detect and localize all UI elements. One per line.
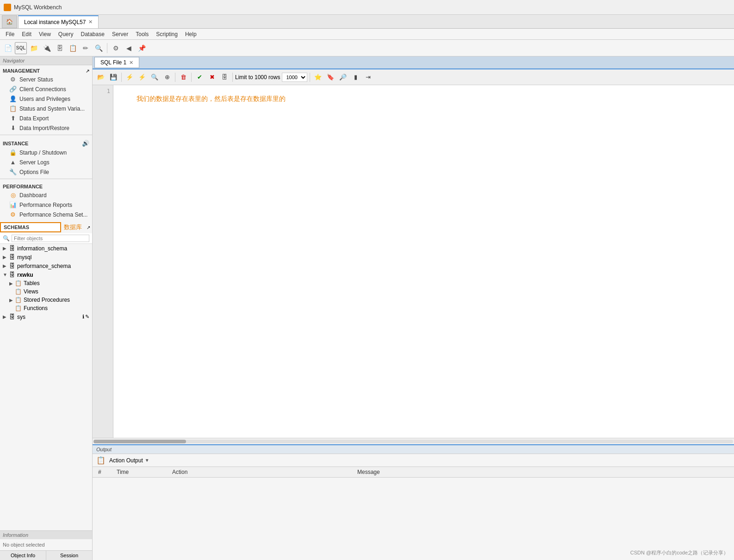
expand-icon-rxwku[interactable]: ▼ bbox=[3, 272, 7, 277]
schema-tables[interactable]: ▶ 📋 Tables bbox=[9, 279, 92, 287]
toolbar-new-btn[interactable]: 📄 bbox=[2, 42, 14, 54]
et-cancel-btn[interactable]: ✖ bbox=[206, 72, 218, 83]
nav-performance-reports[interactable]: 📊 Performance Reports bbox=[0, 200, 92, 210]
nav-server-status[interactable]: ⚙ Server Status bbox=[0, 75, 92, 84]
schema-sys[interactable]: ▶ 🗄 sys ℹ ✎ bbox=[0, 312, 92, 321]
nav-divider-1 bbox=[0, 135, 92, 135]
schemas-expand-icon[interactable]: ↗ bbox=[87, 225, 90, 230]
nav-status-variables[interactable]: 📋 Status and System Varia... bbox=[0, 104, 92, 113]
menu-database[interactable]: Database bbox=[77, 30, 108, 38]
expand-icon-info[interactable]: ▶ bbox=[3, 246, 7, 251]
expand-icon-perf[interactable]: ▶ bbox=[3, 263, 7, 268]
schema-views[interactable]: ▶ 📋 Views bbox=[9, 287, 92, 296]
et-search-btn[interactable]: 🔍 bbox=[149, 72, 160, 83]
sys-edit-icon[interactable]: ✎ bbox=[85, 314, 89, 320]
nav-users-privileges[interactable]: 👤 Users and Privileges bbox=[0, 94, 92, 104]
toolbar-open-btn[interactable]: 📁 bbox=[28, 42, 40, 54]
menu-edit[interactable]: Edit bbox=[18, 30, 35, 38]
nav-options-file[interactable]: 🔧 Options File bbox=[0, 167, 92, 177]
main-layout: Navigator MANAGEMENT ↗ ⚙ Server Status 🔗… bbox=[0, 56, 734, 560]
watermark: CSDN @程序小白的code之路（记录分享） bbox=[630, 549, 728, 556]
nav-client-connections[interactable]: 🔗 Client Connections bbox=[0, 84, 92, 94]
management-expand-icon[interactable]: ↗ bbox=[86, 68, 89, 74]
instance-tab-close[interactable]: ✕ bbox=[88, 19, 93, 25]
schema-mysql[interactable]: ▶ 🗄 mysql bbox=[0, 253, 92, 261]
et-save-btn[interactable]: 💾 bbox=[108, 72, 119, 83]
menu-query[interactable]: Query bbox=[55, 30, 77, 38]
menu-scripting[interactable]: Scripting bbox=[152, 30, 181, 38]
sql-content[interactable]: 我们的数据是存在表里的，然后表是存在数据库里的 bbox=[113, 85, 734, 438]
menu-help[interactable]: Help bbox=[181, 30, 200, 38]
et-schema-btn[interactable]: 🗄 bbox=[219, 72, 230, 83]
toolbar-connect-btn[interactable]: 🔌 bbox=[41, 42, 53, 54]
nav-dashboard[interactable]: ◎ Dashboard bbox=[0, 190, 92, 200]
sys-actions: ℹ ✎ bbox=[82, 314, 89, 320]
toolbar-schema-btn[interactable]: 🗄 bbox=[54, 42, 66, 54]
schemas-header[interactable]: SCHEMAS bbox=[0, 222, 61, 232]
et-stop-btn[interactable]: ⊕ bbox=[162, 72, 173, 83]
toolbar-admin-btn[interactable]: ⚙ bbox=[110, 42, 122, 54]
h-scrollbar[interactable] bbox=[93, 438, 734, 444]
nav-performance-schema[interactable]: ⚙ Performance Schema Set... bbox=[0, 210, 92, 219]
toolbar-next-btn[interactable]: 📌 bbox=[136, 42, 148, 54]
schema-rxwku[interactable]: ▼ 🗄 rxwku bbox=[0, 270, 92, 279]
nav-data-import[interactable]: ⬇ Data Import/Restore bbox=[0, 123, 92, 133]
toolbar-prev-btn[interactable]: ◀ bbox=[123, 42, 135, 54]
db-icon-info: 🗄 bbox=[9, 245, 15, 252]
nav-data-export[interactable]: ⬆ Data Export bbox=[0, 113, 92, 123]
output-panel: Output 📋 Action Output ▼ # Time Action M… bbox=[93, 444, 734, 560]
schema-performance-schema[interactable]: ▶ 🗄 performance_schema bbox=[0, 261, 92, 270]
output-header: Output bbox=[93, 445, 734, 454]
et-run-sel-btn[interactable]: ⚡ bbox=[137, 72, 148, 83]
menu-view[interactable]: View bbox=[35, 30, 55, 38]
h-scrollbar-thumb[interactable] bbox=[93, 440, 186, 443]
h-scrollbar-track[interactable] bbox=[93, 440, 733, 443]
object-info-tab[interactable]: Object Info bbox=[0, 551, 46, 560]
sys-info-icon[interactable]: ℹ bbox=[82, 314, 84, 320]
et-ok-btn[interactable]: ✔ bbox=[194, 72, 205, 83]
expand-icon-procedures[interactable]: ▶ bbox=[9, 298, 13, 303]
et-bookmark-btn[interactable]: 🔖 bbox=[325, 72, 336, 83]
menu-file[interactable]: File bbox=[2, 30, 18, 38]
schema-stored-procedures[interactable]: ▶ 📋 Stored Procedures bbox=[9, 296, 92, 304]
et-sep-5 bbox=[310, 73, 310, 82]
toolbar-edit-btn[interactable]: ✏ bbox=[80, 42, 92, 54]
action-output-select[interactable]: Action Output ▼ bbox=[109, 457, 149, 464]
nav-server-logs[interactable]: ▲ Server Logs bbox=[0, 157, 92, 167]
filter-input[interactable] bbox=[12, 235, 89, 242]
schemas-header-row: SCHEMAS 数据库 ↗ bbox=[0, 221, 92, 233]
session-tab[interactable]: Session bbox=[46, 551, 92, 560]
expand-icon-tables[interactable]: ▶ bbox=[9, 281, 13, 286]
et-del-btn[interactable]: 🗑 bbox=[178, 72, 189, 83]
et-open-btn[interactable]: 📂 bbox=[95, 72, 106, 83]
expand-icon-sys[interactable]: ▶ bbox=[3, 314, 7, 319]
et-magnify-btn[interactable]: 🔎 bbox=[337, 72, 348, 83]
schema-information-schema[interactable]: ▶ 🗄 information_schema bbox=[0, 244, 92, 253]
expand-icon-mysql[interactable]: ▶ bbox=[3, 255, 7, 260]
home-tab[interactable]: 🏠 bbox=[2, 15, 17, 28]
schemas-section: SCHEMAS 数据库 ↗ 🔍 ▶ 🗄 information_schema ▶ bbox=[0, 221, 92, 321]
line-1: 1 bbox=[95, 87, 110, 95]
et-star-btn[interactable]: ⭐ bbox=[312, 72, 323, 83]
limit-dropdown[interactable]: 1000 500 200 100 bbox=[282, 73, 307, 82]
sql-file-tab[interactable]: SQL File 1 ✕ bbox=[94, 57, 139, 68]
menu-server[interactable]: Server bbox=[108, 30, 132, 38]
et-wrap-btn[interactable]: ⇥ bbox=[362, 72, 373, 83]
schema-functions[interactable]: ▶ 📋 Functions bbox=[9, 304, 92, 312]
instance-tab[interactable]: Local instance MySQL57 ✕ bbox=[18, 15, 99, 28]
menu-tools[interactable]: Tools bbox=[132, 30, 152, 38]
et-column-btn[interactable]: ▮ bbox=[350, 72, 361, 83]
sql-file-tab-close[interactable]: ✕ bbox=[129, 60, 133, 66]
procedures-icon: 📋 bbox=[15, 297, 22, 303]
toolbar-table-btn[interactable]: 📋 bbox=[67, 42, 79, 54]
navigator-scroll[interactable]: MANAGEMENT ↗ ⚙ Server Status 🔗 Client Co… bbox=[0, 65, 92, 530]
et-run-btn[interactable]: ⚡ bbox=[124, 72, 135, 83]
toolbar-search-btn[interactable]: 🔍 bbox=[93, 42, 105, 54]
instance-tab-label: Local instance MySQL57 bbox=[24, 19, 86, 25]
toolbar-sql-btn[interactable]: SQL bbox=[15, 42, 27, 54]
nav-startup-shutdown[interactable]: 🔒 Startup / Shutdown bbox=[0, 148, 92, 157]
instance-icon-title[interactable]: 🔊 bbox=[82, 140, 89, 147]
app-title: MySQL Workbench bbox=[14, 4, 62, 11]
schemas-db-label[interactable]: 数据库 bbox=[64, 223, 82, 231]
action-output-arrow[interactable]: ▼ bbox=[145, 458, 149, 463]
